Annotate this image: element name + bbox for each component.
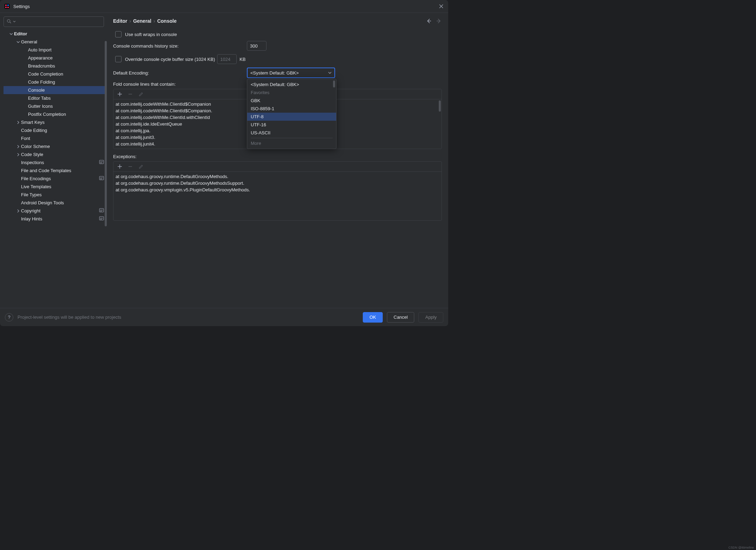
breadcrumb: Editor › General › Console — [113, 18, 176, 24]
tree-item-inspections[interactable]: Inspections — [4, 158, 107, 167]
chevron-right-icon: › — [153, 18, 155, 24]
add-icon[interactable] — [117, 164, 123, 169]
tree-item-label: Code Editing — [21, 128, 104, 133]
tree-item-label: Appearance — [28, 55, 104, 61]
spacer — [22, 63, 28, 69]
tree-item-console[interactable]: Console — [4, 86, 107, 94]
exceptions-list[interactable]: at org.codehaus.groovy.runtime.DefaultGr… — [113, 172, 442, 195]
cancel-button[interactable]: Cancel — [387, 312, 414, 323]
list-item[interactable]: at org.codehaus.groovy.runtime.DefaultGr… — [113, 180, 442, 186]
tree-item-label: Gutter Icons — [28, 104, 104, 109]
ok-button[interactable]: OK — [363, 312, 383, 323]
list-item[interactable]: at org.codehaus.groovy.runtime.DefaultGr… — [113, 173, 442, 180]
dropdown-option[interactable]: ISO-8859-1 — [247, 105, 336, 113]
exceptions-label: Exceptions: — [113, 154, 442, 159]
chevron-down-icon — [328, 71, 332, 75]
edit-icon — [138, 164, 144, 169]
override-buffer-input — [217, 54, 237, 64]
breadcrumb-item[interactable]: General — [133, 18, 151, 24]
spacer — [22, 71, 28, 77]
spacer — [15, 128, 21, 133]
tree-item-color-scheme[interactable]: Color Scheme — [4, 142, 107, 150]
search-input[interactable] — [4, 16, 104, 27]
nav-back-icon[interactable] — [426, 18, 432, 24]
titlebar: Settings — [0, 0, 448, 13]
tree-item-general[interactable]: General — [4, 38, 107, 46]
spacer — [15, 192, 21, 198]
spacer — [22, 104, 28, 109]
tree-item-code-style[interactable]: Code Style — [4, 150, 107, 158]
close-icon[interactable] — [438, 3, 445, 10]
tree-item-label: Color Scheme — [21, 144, 104, 149]
encoding-dropdown-list[interactable]: <System Default: GBK>FavoritesGBKISO-885… — [247, 79, 337, 149]
settings-sidebar: EditorGeneralAuto ImportAppearanceBreadc… — [0, 13, 107, 308]
scrollbar[interactable] — [333, 80, 335, 87]
tree-item-label: Console — [28, 87, 104, 93]
help-icon[interactable]: ? — [5, 313, 13, 322]
tree-item-label: Copyright — [21, 208, 99, 213]
tree-item-live-templates[interactable]: Live Templates — [4, 183, 107, 191]
tree-item-editor-tabs[interactable]: Editor Tabs — [4, 94, 107, 102]
tree-item-code-editing[interactable]: Code Editing — [4, 126, 107, 134]
spacer — [22, 87, 28, 93]
dropdown-option[interactable]: UTF-16 — [247, 121, 336, 129]
tree-item-breadcrumbs[interactable]: Breadcrumbs — [4, 62, 107, 70]
tree-item-inlay-hints[interactable]: Inlay Hints — [4, 215, 107, 223]
tree-item-auto-import[interactable]: Auto Import — [4, 46, 107, 54]
history-size-input[interactable] — [247, 41, 266, 51]
svg-rect-2 — [7, 5, 9, 6]
settings-tree[interactable]: EditorGeneralAuto ImportAppearanceBreadc… — [4, 30, 107, 304]
svg-rect-8 — [100, 162, 103, 162]
apply-button: Apply — [418, 312, 443, 323]
spacer — [22, 112, 28, 117]
tree-item-postfix-completion[interactable]: Postfix Completion — [4, 110, 107, 118]
tree-item-label: Auto Import — [28, 47, 104, 52]
spacer — [15, 176, 21, 182]
window-title: Settings — [13, 4, 30, 9]
tree-item-label: Breadcrumbs — [28, 63, 104, 69]
tree-item-file-encodings[interactable]: File Encodings — [4, 175, 107, 183]
scrollbar[interactable] — [439, 100, 441, 112]
spacer — [22, 47, 28, 53]
tree-item-file-types[interactable]: File Types — [4, 191, 107, 199]
encoding-dropdown[interactable]: <System Default: GBK> — [247, 68, 335, 78]
list-item[interactable]: at org.codehaus.groovy.vmplugin.v5.Plugi… — [113, 186, 442, 193]
tree-item-android-design-tools[interactable]: Android Design Tools — [4, 199, 107, 207]
dropdown-option[interactable]: <System Default: GBK> — [247, 80, 336, 89]
tree-item-label: File and Code Templates — [21, 168, 104, 173]
tree-item-smart-keys[interactable]: Smart Keys — [4, 118, 107, 126]
tree-item-gutter-icons[interactable]: Gutter Icons — [4, 102, 107, 110]
tree-item-label: General — [21, 39, 104, 44]
project-level-icon — [99, 208, 104, 213]
override-buffer-checkbox[interactable] — [115, 56, 122, 62]
dropdown-option[interactable]: GBK — [247, 97, 336, 105]
spacer — [15, 168, 21, 174]
soft-wraps-label: Use soft wraps in console — [125, 32, 177, 37]
add-icon[interactable] — [117, 91, 123, 97]
svg-rect-12 — [100, 179, 102, 179]
dropdown-option[interactable]: UTF-8 — [247, 113, 336, 121]
project-level-icon — [99, 160, 104, 165]
svg-rect-11 — [100, 178, 103, 178]
encoding-value: <System Default: GBK> — [250, 70, 299, 76]
spacer — [22, 55, 28, 61]
project-level-icon — [99, 216, 104, 221]
tree-item-appearance[interactable]: Appearance — [4, 54, 107, 62]
dropdown-option[interactable]: US-ASCII — [247, 129, 336, 137]
tree-item-code-completion[interactable]: Code Completion — [4, 70, 107, 78]
tree-item-copyright[interactable]: Copyright — [4, 207, 107, 215]
soft-wraps-checkbox[interactable] — [115, 31, 122, 37]
tree-item-label: Smart Keys — [21, 120, 104, 125]
spacer — [15, 200, 21, 206]
tree-item-code-folding[interactable]: Code Folding — [4, 78, 107, 86]
project-level-icon — [99, 176, 104, 181]
tree-item-font[interactable]: Font — [4, 134, 107, 142]
chevron-right-icon — [15, 144, 21, 149]
tree-item-label: Postfix Completion — [28, 112, 104, 117]
footer-hint: Project-level settings will be applied t… — [18, 315, 359, 320]
kb-unit-label: KB — [240, 57, 245, 62]
svg-line-6 — [10, 22, 11, 23]
breadcrumb-item[interactable]: Editor — [113, 18, 127, 24]
tree-item-editor[interactable]: Editor — [4, 30, 107, 38]
tree-item-file-and-code-templates[interactable]: File and Code Templates — [4, 167, 107, 175]
